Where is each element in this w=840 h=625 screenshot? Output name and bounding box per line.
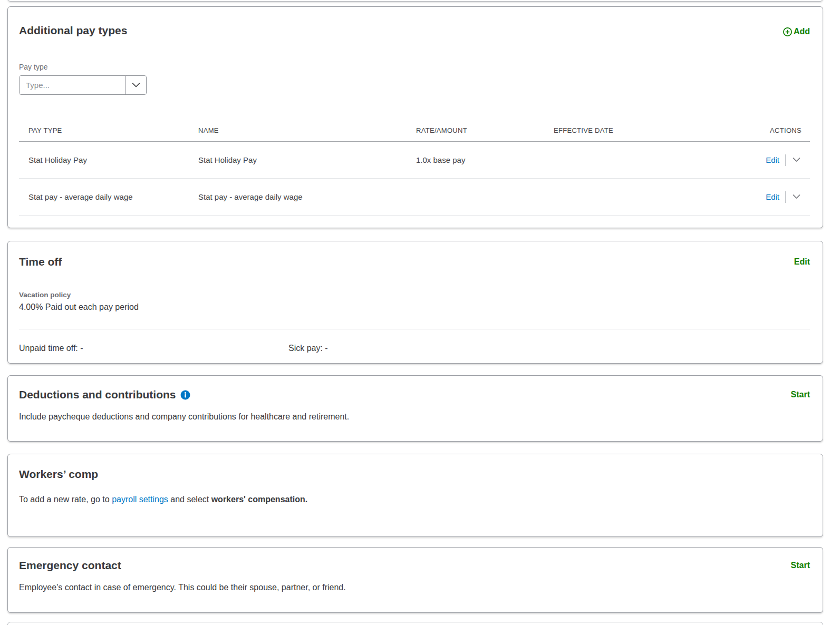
cell-rate-amount: 1.0x base pay: [407, 155, 544, 164]
deductions-card: Deductions and contributions Start Inclu…: [7, 375, 823, 442]
additional-pay-types-title: Additional pay types: [19, 24, 127, 36]
unpaid-time-off-value: Unpaid time off: -: [19, 344, 288, 353]
row-actions-dropdown-button[interactable]: [791, 193, 802, 200]
info-icon[interactable]: [180, 390, 190, 400]
action-divider: [785, 191, 786, 203]
column-header-actions: ACTIONS: [682, 126, 810, 134]
emergency-contact-card: Emergency contact Start Employee's conta…: [7, 547, 823, 613]
table-row: Stat pay - average daily wage Stat pay -…: [19, 179, 810, 216]
deductions-description: Include paycheque deductions and company…: [19, 411, 810, 423]
emergency-contact-title: Emergency contact: [19, 559, 121, 571]
row-actions-dropdown-button[interactable]: [791, 157, 802, 163]
next-card-partial: [7, 622, 823, 625]
workers-comp-title: Workers’ comp: [19, 468, 98, 480]
workers-comp-text-prefix: To add a new rate, go to: [19, 495, 112, 504]
cell-name: Stat pay - average daily wage: [189, 192, 407, 201]
time-off-title: Time off: [19, 256, 62, 268]
add-pay-type-label: Add: [794, 27, 810, 36]
additional-pay-types-card: Additional pay types Add Pay type: [7, 6, 823, 228]
emergency-contact-description: Employee's contact in case of emergency.…: [19, 582, 810, 593]
cell-name: Stat Holiday Pay: [189, 155, 407, 164]
previous-card-edge: [7, 0, 823, 2]
chevron-down-icon: [793, 158, 800, 162]
workers-comp-description: To add a new rate, go to payroll setting…: [19, 494, 810, 505]
vacation-policy-value: 4.00% Paid out each pay period: [19, 302, 810, 312]
pay-types-table: PAY TYPE NAME RATE/AMOUNT EFFECTIVE DATE…: [19, 119, 810, 216]
sick-pay-value: Sick pay: -: [288, 344, 328, 353]
workers-comp-text-bold: workers' compensation.: [211, 495, 308, 504]
workers-comp-text-middle: and select: [168, 495, 211, 504]
table-header-row: PAY TYPE NAME RATE/AMOUNT EFFECTIVE DATE…: [19, 119, 810, 142]
deductions-title: Deductions and contributions: [19, 388, 176, 401]
pay-type-input[interactable]: [20, 76, 125, 94]
column-header-name: NAME: [189, 126, 407, 134]
circle-plus-icon: [783, 27, 793, 37]
edit-time-off-button[interactable]: Edit: [794, 257, 810, 267]
add-pay-type-button[interactable]: Add: [783, 26, 810, 37]
start-emergency-contact-button[interactable]: Start: [791, 561, 810, 570]
action-divider: [785, 154, 786, 166]
table-row: Stat Holiday Pay Stat Holiday Pay 1.0x b…: [19, 142, 810, 179]
pay-type-field-label: Pay type: [19, 63, 810, 71]
pay-type-combobox: [19, 75, 147, 95]
edit-row-button[interactable]: Edit: [766, 155, 779, 164]
column-header-effective-date: EFFECTIVE DATE: [544, 126, 682, 134]
edit-row-button[interactable]: Edit: [766, 192, 779, 201]
time-off-divider: [19, 329, 810, 329]
column-header-rate-amount: RATE/AMOUNT: [407, 126, 544, 134]
chevron-down-icon: [132, 83, 140, 87]
payroll-settings-link[interactable]: payroll settings: [112, 495, 168, 504]
vacation-policy-label: Vacation policy: [19, 291, 810, 299]
chevron-down-icon: [793, 194, 800, 199]
column-header-pay-type: PAY TYPE: [19, 126, 189, 134]
start-deductions-button[interactable]: Start: [791, 390, 810, 399]
pay-type-dropdown-button[interactable]: [125, 76, 146, 94]
workers-comp-card: Workers’ comp To add a new rate, go to p…: [7, 454, 823, 537]
time-off-card: Time off Edit Vacation policy 4.00% Paid…: [7, 241, 823, 364]
cell-pay-type: Stat Holiday Pay: [19, 155, 189, 164]
cell-pay-type: Stat pay - average daily wage: [19, 192, 189, 201]
